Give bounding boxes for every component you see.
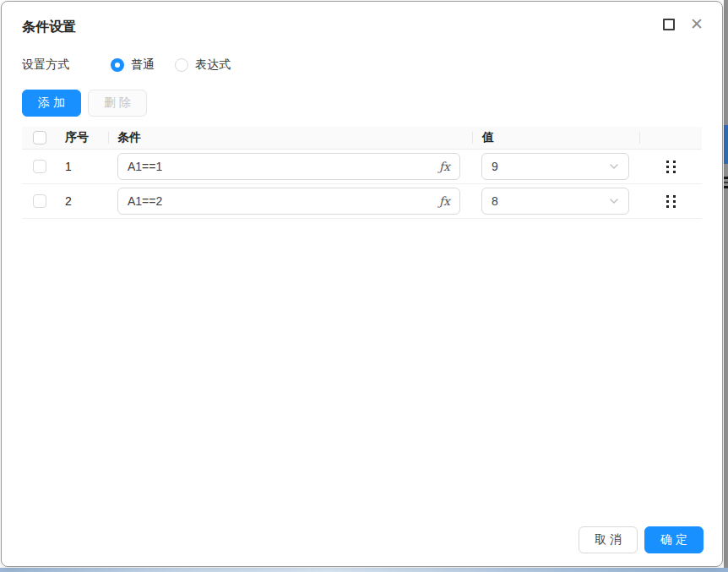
radio-selected-icon xyxy=(111,58,124,72)
toolbar: 添 加 删 除 xyxy=(2,73,722,117)
row-checkbox-cell xyxy=(22,160,57,173)
radio-option-normal[interactable]: 普通 xyxy=(111,57,155,73)
mode-radio-group: 普通 表达式 xyxy=(111,57,231,73)
background-mark xyxy=(724,186,728,188)
row-drag-cell xyxy=(640,161,702,173)
row-value-cell: 8 xyxy=(473,188,640,215)
ok-button[interactable]: 确 定 xyxy=(644,526,704,553)
radio-label-expression: 表达式 xyxy=(195,57,231,73)
close-icon[interactable]: ✕ xyxy=(690,19,704,30)
value-select[interactable]: 9 xyxy=(481,153,629,180)
row-index: 2 xyxy=(57,194,109,208)
table-header: 序号 条件 值 xyxy=(22,127,702,150)
condition-value: A1==2 xyxy=(128,194,439,208)
table-row: 1 A1==1 ƒx 9 xyxy=(22,150,702,184)
radio-label-normal: 普通 xyxy=(131,57,155,73)
dialog-title: 条件设置 xyxy=(22,19,76,34)
table-row: 2 A1==2 ƒx 8 xyxy=(22,184,702,219)
window-controls: ✕ xyxy=(663,19,704,30)
header-condition: 条件 xyxy=(109,127,473,149)
table-body: 1 A1==1 ƒx 9 2 A1==2 ƒx xyxy=(22,150,702,219)
screen: 条件设置 ✕ 设置方式 普通 表达式 添 加 删 除 xyxy=(0,0,728,572)
mode-row: 设置方式 普通 表达式 xyxy=(2,46,722,73)
dialog-titlebar: 条件设置 ✕ xyxy=(2,2,722,46)
condition-table: 序号 条件 值 1 A1==1 ƒx 9 xyxy=(22,127,702,219)
row-condition-cell: A1==2 ƒx xyxy=(109,188,473,215)
row-condition-cell: A1==1 ƒx xyxy=(109,153,473,180)
cancel-button[interactable]: 取 消 xyxy=(579,526,638,553)
condition-settings-dialog: 条件设置 ✕ 设置方式 普通 表达式 添 加 删 除 xyxy=(1,1,723,567)
header-checkbox-cell xyxy=(22,127,57,149)
fx-formula-icon[interactable]: ƒx xyxy=(439,160,450,173)
radio-unselected-icon xyxy=(175,58,188,72)
drag-handle-icon[interactable] xyxy=(666,161,676,173)
background-scrollbar-thumb xyxy=(724,125,728,164)
value-selected: 8 xyxy=(492,194,609,208)
value-selected: 9 xyxy=(492,160,609,173)
select-all-checkbox[interactable] xyxy=(33,131,46,144)
condition-value: A1==1 xyxy=(128,160,439,173)
background-mark xyxy=(724,177,728,179)
maximize-icon[interactable] xyxy=(663,19,675,30)
add-button[interactable]: 添 加 xyxy=(22,90,81,117)
chevron-down-icon xyxy=(609,196,619,206)
background-right-strip xyxy=(724,0,728,572)
header-actions xyxy=(640,127,702,149)
row-index: 1 xyxy=(57,160,109,173)
dialog-footer: 取 消 确 定 xyxy=(579,526,704,553)
fx-formula-icon[interactable]: ƒx xyxy=(439,194,450,208)
header-value: 值 xyxy=(473,127,640,149)
header-index: 序号 xyxy=(57,127,109,149)
drag-handle-icon[interactable] xyxy=(666,195,676,208)
chevron-down-icon xyxy=(609,161,619,172)
row-checkbox[interactable] xyxy=(33,160,46,173)
delete-button[interactable]: 删 除 xyxy=(88,90,147,117)
background-mark xyxy=(724,182,728,183)
condition-input[interactable]: A1==2 ƒx xyxy=(117,188,460,215)
row-value-cell: 9 xyxy=(473,153,640,180)
background-bottom-strip xyxy=(0,568,728,572)
row-checkbox-cell xyxy=(22,194,57,208)
mode-label: 设置方式 xyxy=(22,57,69,73)
radio-option-expression[interactable]: 表达式 xyxy=(175,57,231,73)
value-select[interactable]: 8 xyxy=(481,188,629,215)
row-checkbox[interactable] xyxy=(33,194,46,208)
row-drag-cell xyxy=(640,195,702,208)
condition-input[interactable]: A1==1 ƒx xyxy=(117,153,460,180)
